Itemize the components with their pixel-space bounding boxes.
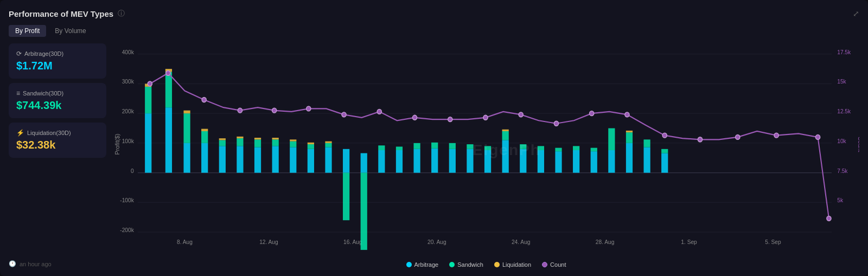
- svg-rect-66: [361, 173, 367, 250]
- svg-text:24. Aug: 24. Aug: [512, 239, 531, 245]
- svg-point-116: [590, 111, 594, 116]
- svg-text:15k: 15k: [837, 78, 846, 85]
- svg-point-114: [519, 112, 523, 117]
- svg-rect-36: [183, 143, 190, 173]
- svg-rect-52: [272, 139, 279, 146]
- svg-rect-39: [201, 143, 208, 173]
- svg-rect-68: [378, 145, 385, 150]
- svg-rect-48: [254, 147, 261, 173]
- arbitrage-card: ⟳ Arbitrage(30D) $1.72M: [9, 43, 106, 79]
- svg-rect-78: [467, 144, 473, 149]
- svg-rect-101: [661, 153, 668, 172]
- liquidation-card: ⚡ Liquidation(30D) $32.38k: [9, 123, 106, 158]
- svg-rect-60: [325, 147, 331, 173]
- svg-rect-96: [626, 143, 633, 173]
- arbitrage-label: ⟳ Arbitrage(30D): [16, 50, 99, 57]
- tab-by-profit[interactable]: By Profit: [9, 25, 46, 37]
- svg-text:5. Sep: 5. Sep: [765, 239, 781, 245]
- svg-rect-46: [237, 138, 243, 146]
- svg-text:16. Aug: 16. Aug: [343, 239, 362, 245]
- svg-rect-71: [413, 149, 420, 173]
- legend-sandwich-label: Sandwich: [457, 261, 483, 268]
- svg-point-104: [166, 70, 170, 75]
- svg-point-108: [307, 106, 311, 111]
- svg-rect-73: [431, 149, 438, 173]
- svg-text:7.5k: 7.5k: [837, 167, 848, 174]
- svg-rect-44: [219, 138, 226, 140]
- svg-rect-80: [484, 146, 491, 150]
- sandwich-value: $744.39k: [16, 99, 99, 112]
- svg-rect-51: [272, 146, 279, 172]
- svg-rect-88: [555, 151, 561, 172]
- svg-point-106: [238, 108, 242, 113]
- svg-rect-100: [643, 139, 650, 147]
- sandwich-card: ≡ Sandwich(30D) $744.39k: [9, 83, 106, 118]
- svg-rect-57: [308, 149, 314, 173]
- legend-arbitrage-dot: [406, 262, 412, 267]
- svg-rect-63: [343, 149, 349, 173]
- svg-rect-37: [183, 113, 190, 143]
- svg-text:17.5k: 17.5k: [837, 48, 851, 55]
- svg-rect-77: [467, 149, 473, 173]
- svg-rect-91: [573, 146, 579, 150]
- svg-rect-92: [591, 151, 597, 172]
- svg-point-117: [625, 112, 629, 117]
- time-label: an hour ago: [20, 261, 52, 267]
- svg-rect-43: [219, 140, 226, 146]
- legend-count-dot: [542, 262, 547, 267]
- svg-rect-98: [626, 131, 633, 132]
- svg-rect-99: [643, 147, 650, 173]
- page-title: Performance of MEV Types: [9, 9, 113, 18]
- svg-rect-87: [538, 146, 544, 150]
- svg-rect-69: [396, 150, 403, 173]
- tab-by-volume[interactable]: By Volume: [48, 25, 92, 37]
- svg-rect-93: [591, 148, 597, 152]
- svg-rect-86: [538, 150, 544, 173]
- svg-text:5k: 5k: [837, 197, 843, 203]
- svg-rect-89: [555, 148, 561, 152]
- svg-point-118: [662, 133, 667, 138]
- legend-arbitrage-label: Arbitrage: [414, 261, 439, 268]
- svg-rect-82: [502, 131, 509, 140]
- liquidation-icon: ⚡: [16, 129, 24, 137]
- svg-text:200k: 200k: [122, 108, 135, 114]
- svg-point-112: [448, 117, 452, 122]
- svg-rect-85: [520, 144, 526, 149]
- svg-text:28. Aug: 28. Aug: [596, 239, 615, 245]
- svg-text:300k: 300k: [122, 78, 135, 85]
- svg-text:12.5k: 12.5k: [837, 108, 851, 114]
- svg-text:400k: 400k: [122, 48, 135, 55]
- svg-text:0: 0: [131, 167, 134, 174]
- tab-bar: By Profit By Volume: [9, 25, 859, 37]
- liquidation-value: $32.38k: [16, 139, 99, 151]
- legend-sandwich-dot: [449, 262, 455, 267]
- svg-rect-62: [325, 142, 331, 143]
- svg-rect-50: [254, 138, 261, 139]
- svg-point-119: [698, 137, 702, 142]
- svg-point-120: [736, 135, 740, 140]
- svg-rect-45: [237, 146, 243, 172]
- svg-rect-59: [308, 143, 314, 144]
- expand-icon[interactable]: ⤢: [853, 9, 859, 18]
- info-icon[interactable]: ⓘ: [118, 9, 125, 18]
- legend-arbitrage: Arbitrage: [406, 261, 439, 268]
- sandwich-label: ≡ Sandwich(30D): [16, 89, 99, 97]
- svg-point-121: [774, 133, 778, 138]
- svg-rect-75: [449, 149, 456, 173]
- main-container: Performance of MEV Types ⓘ ⤢ By Profit B…: [0, 0, 868, 276]
- svg-rect-79: [484, 150, 491, 173]
- svg-rect-84: [520, 149, 526, 173]
- svg-rect-38: [183, 111, 190, 113]
- arbitrage-icon: ⟳: [16, 50, 22, 57]
- svg-rect-61: [325, 143, 331, 147]
- svg-rect-67: [378, 150, 385, 173]
- svg-point-111: [412, 115, 417, 120]
- svg-point-115: [554, 121, 558, 126]
- main-content: ⟳ Arbitrage(30D) $1.72M ≡ Sandwich(30D) …: [9, 43, 859, 257]
- svg-rect-47: [237, 137, 243, 138]
- svg-point-123: [827, 216, 831, 221]
- svg-rect-31: [145, 87, 151, 113]
- sandwich-icon: ≡: [16, 89, 20, 97]
- svg-rect-42: [219, 146, 226, 172]
- header: Performance of MEV Types ⓘ ⤢: [9, 9, 859, 18]
